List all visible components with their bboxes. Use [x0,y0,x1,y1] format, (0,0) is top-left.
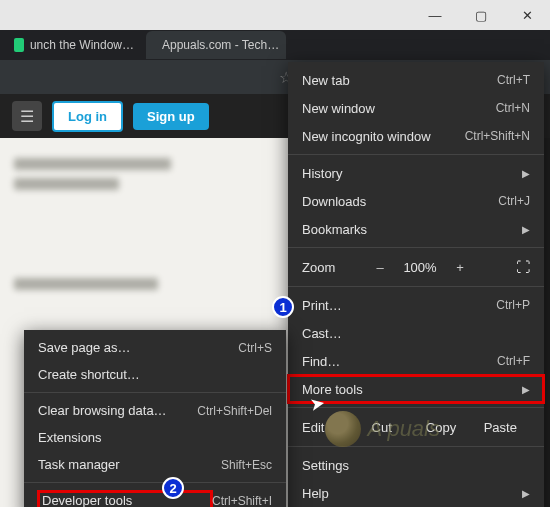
signup-button[interactable]: Sign up [133,103,209,130]
menu-label: History [302,166,514,181]
menu-label: Help [302,486,514,501]
menu-settings[interactable]: Settings [288,451,544,479]
login-button[interactable]: Log in [52,101,123,132]
menu-shortcut: Shift+Esc [221,458,272,472]
menu-label: Create shortcut… [38,367,272,382]
zoom-value: 100% [398,260,442,275]
cut-button[interactable]: Cut [352,420,411,435]
menu-downloads[interactable]: Downloads Ctrl+J [288,187,544,215]
fullscreen-icon[interactable]: ⛶ [516,259,530,275]
hamburger-menu-icon[interactable]: ☰ [12,101,42,131]
submenu-clear-browsing-data[interactable]: Clear browsing data… Ctrl+Shift+Del [24,397,286,424]
window-minimize-button[interactable]: — [412,0,458,30]
menu-history[interactable]: History ▶ [288,159,544,187]
edit-label: Edit [302,420,352,435]
annotation-badge-2: 2 [162,477,184,499]
menu-separator [288,407,544,408]
annotation-badge-1: 1 [272,296,294,318]
tab-label: Appuals.com - Tech… [162,38,279,52]
tab-strip: unch the Window… Appuals.com - Tech… [0,30,550,60]
menu-find[interactable]: Find… Ctrl+F [288,347,544,375]
menu-shortcut: Ctrl+P [496,298,530,312]
menu-shortcut: Ctrl+T [497,73,530,87]
menu-separator [24,392,286,393]
menu-shortcut: Ctrl+N [496,101,530,115]
menu-label: New tab [302,73,497,88]
submenu-developer-tools[interactable]: Developer tools Ctrl+Shift+I [24,487,286,507]
menu-edit-row: Edit Cut Copy Paste [288,412,544,442]
menu-label: Find… [302,354,497,369]
blurred-text [14,278,158,290]
menu-label: New incognito window [302,129,465,144]
menu-label: Settings [302,458,530,473]
menu-label: Cast… [302,326,530,341]
menu-label: Downloads [302,194,498,209]
favicon-icon [14,38,24,52]
menu-separator [288,247,544,248]
menu-bookmarks[interactable]: Bookmarks ▶ [288,215,544,243]
zoom-in-button[interactable]: + [450,260,470,275]
menu-incognito[interactable]: New incognito window Ctrl+Shift+N [288,122,544,150]
menu-separator [288,446,544,447]
menu-label: Print… [302,298,496,313]
menu-shortcut: Ctrl+Shift+N [465,129,530,143]
menu-print[interactable]: Print… Ctrl+P [288,291,544,319]
menu-label: More tools [302,382,514,397]
menu-more-tools[interactable]: More tools ▶ [288,375,544,403]
submenu-save-page[interactable]: Save page as… Ctrl+S [24,334,286,361]
menu-zoom-row: Zoom – 100% + ⛶ [288,252,544,282]
zoom-label: Zoom [302,260,362,275]
submenu-task-manager[interactable]: Task manager Shift+Esc [24,451,286,478]
menu-shortcut: Ctrl+S [238,341,272,355]
menu-label: Developer tools [38,491,212,507]
menu-label: Task manager [38,457,221,472]
tab-1[interactable]: unch the Window… [4,31,144,59]
menu-label: Save page as… [38,340,238,355]
window-maximize-button[interactable]: ▢ [458,0,504,30]
chevron-right-icon: ▶ [522,384,530,395]
menu-label: New window [302,101,496,116]
blurred-text [14,158,171,170]
menu-separator [288,154,544,155]
menu-label: Clear browsing data… [38,403,197,418]
window-titlebar: — ▢ ✕ [0,0,550,30]
menu-new-tab[interactable]: New tab Ctrl+T [288,66,544,94]
tab-2[interactable]: Appuals.com - Tech… [146,31,286,59]
submenu-extensions[interactable]: Extensions [24,424,286,451]
menu-label: Extensions [38,430,272,445]
menu-separator [288,286,544,287]
blurred-text [14,178,119,190]
chevron-right-icon: ▶ [522,168,530,179]
paste-button[interactable]: Paste [471,420,530,435]
menu-shortcut: Ctrl+J [498,194,530,208]
window-close-button[interactable]: ✕ [504,0,550,30]
chevron-right-icon: ▶ [522,224,530,235]
chevron-right-icon: ▶ [522,488,530,499]
menu-separator [24,482,286,483]
chrome-main-menu: New tab Ctrl+T New window Ctrl+N New inc… [288,62,544,507]
copy-button[interactable]: Copy [411,420,470,435]
menu-shortcut: Ctrl+Shift+I [212,494,272,508]
menu-cast[interactable]: Cast… [288,319,544,347]
more-tools-submenu: Save page as… Ctrl+S Create shortcut… Cl… [24,330,286,507]
submenu-create-shortcut[interactable]: Create shortcut… [24,361,286,388]
menu-help[interactable]: Help ▶ [288,479,544,507]
zoom-out-button[interactable]: – [370,260,390,275]
menu-shortcut: Ctrl+Shift+Del [197,404,272,418]
menu-label: Bookmarks [302,222,514,237]
menu-shortcut: Ctrl+F [497,354,530,368]
tab-label: unch the Window… [30,38,134,52]
menu-new-window[interactable]: New window Ctrl+N [288,94,544,122]
